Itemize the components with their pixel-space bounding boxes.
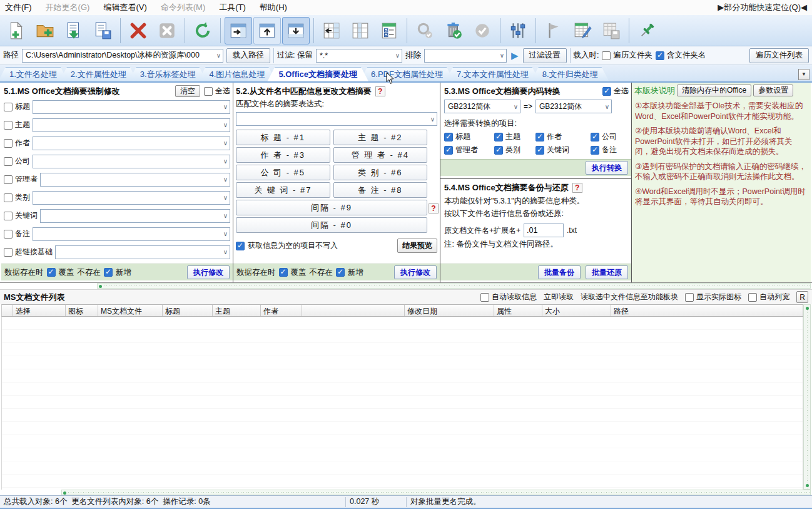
import-list-button[interactable] [60, 17, 88, 44]
clear-button[interactable]: 清空 [175, 85, 200, 97]
adjust-settings-button[interactable] [504, 17, 532, 44]
execute-modify-button[interactable]: 执行修改 [187, 265, 230, 279]
load-path-button[interactable]: 载入路径 [226, 48, 270, 63]
checkbox[interactable] [444, 133, 453, 141]
select-all-checkbox[interactable]: 全选 [204, 86, 230, 96]
checkbox[interactable] [4, 139, 13, 148]
path-combo[interactable]: C:\Users\Administrator\Desktop\冰棒的资源库\00… [22, 49, 223, 63]
file-list-table-body[interactable] [1, 317, 803, 490]
tab-file-attributes[interactable]: 2.文件属性处理 [59, 67, 138, 81]
match-comments-button[interactable]: 备 注 - #8 [333, 182, 428, 198]
chevron-down-icon[interactable]: ∨ [221, 194, 228, 201]
column-header-subject[interactable]: 主题 [213, 305, 261, 316]
encoding-from-combo[interactable]: GB2312简体 ∨ [444, 100, 520, 113]
help-icon[interactable]: ? [572, 183, 582, 193]
traverse-folders-checkbox[interactable]: 遍历文件夹 [602, 50, 652, 61]
result-preview-button[interactable]: 结果预览 [397, 239, 437, 253]
execute-convert-button[interactable]: 执行转换 [586, 161, 628, 175]
exclude-combo[interactable]: ∨ [424, 49, 507, 63]
checkbox[interactable] [4, 230, 13, 239]
checkbox[interactable] [602, 87, 611, 96]
checkbox[interactable] [4, 248, 13, 257]
chevron-down-icon[interactable]: ∨ [429, 116, 435, 123]
read-now-button[interactable]: 立即读取 [544, 292, 574, 302]
match-company-button[interactable]: 公 司 - #5 [236, 165, 330, 180]
menu-help[interactable]: 帮助(H) [260, 2, 287, 13]
filter-settings-button[interactable]: 过滤设置 [523, 48, 567, 63]
horizontal-scrollbar[interactable] [97, 283, 811, 289]
column-header-handle[interactable] [2, 305, 13, 316]
chevron-down-icon[interactable]: ∨ [221, 230, 228, 237]
checkbox[interactable] [591, 133, 599, 141]
column-header-icon[interactable]: 图标 [66, 305, 98, 316]
column-header-size[interactable]: 大小 [542, 305, 611, 316]
checkbox[interactable] [685, 293, 694, 302]
help-icon[interactable]: ? [375, 86, 385, 96]
field-title-combo[interactable]: ∨ [33, 100, 230, 114]
checkbox[interactable] [4, 157, 13, 166]
chevron-down-icon[interactable]: ∨ [221, 103, 228, 110]
checkbox[interactable] [602, 51, 611, 60]
checkbox[interactable] [4, 103, 13, 111]
field-comments-combo[interactable]: ∨ [33, 227, 230, 241]
auto-read-checkbox[interactable]: 自动读取信息 [480, 292, 537, 302]
interval-9-button[interactable]: 间隔 - #9 [236, 200, 427, 215]
add-file-button[interactable] [3, 17, 30, 44]
match-subject-button[interactable]: 主 题 - #2 [333, 130, 428, 145]
chevron-down-icon[interactable]: ∨ [221, 249, 228, 255]
pin-button[interactable] [633, 17, 661, 44]
match-title-button[interactable]: 标 题 - #1 [236, 130, 330, 145]
chevron-down-icon[interactable]: ∨ [221, 121, 228, 128]
column-header-attributes[interactable]: 属性 [494, 305, 542, 316]
interval-0-button[interactable]: 间隔 - #0 [236, 217, 427, 233]
menu-tools[interactable]: 工具(T) [219, 2, 246, 13]
tab-file-classify[interactable]: 8.文件归类处理 [531, 67, 609, 81]
batch-backup-button[interactable]: 批量备份 [538, 265, 581, 279]
checkbox[interactable] [480, 293, 489, 302]
clear-office-memory-button[interactable]: 清除内存中的Office [677, 85, 751, 96]
checkbox[interactable] [535, 146, 544, 155]
field-author-combo[interactable]: ∨ [33, 136, 230, 150]
batch-restore-button[interactable]: 批量还原 [586, 265, 628, 279]
add-checkbox[interactable] [336, 268, 345, 277]
column-left-button[interactable] [318, 17, 345, 44]
match-author-button[interactable]: 作 者 - #3 [236, 147, 330, 163]
table-edit-button[interactable] [569, 17, 596, 44]
panel-down-toggle[interactable] [282, 17, 310, 44]
match-manager-button[interactable]: 管 理 者 - #4 [333, 147, 428, 163]
select-all-checkbox[interactable]: 全选 [602, 86, 629, 96]
chevron-down-icon[interactable]: ∨ [498, 52, 504, 59]
tab-text-attributes[interactable]: 7.文本文件属性处理 [445, 67, 540, 81]
checkbox[interactable] [4, 175, 13, 184]
menu-edit-view[interactable]: 编辑查看(V) [103, 2, 146, 13]
save-list-button[interactable] [89, 17, 116, 44]
traverse-file-list-button[interactable]: 遍历文件列表 [749, 48, 809, 63]
convert-item[interactable]: 公司 [591, 131, 632, 142]
tab-image-info[interactable]: 4.图片信息处理 [198, 67, 277, 81]
delete-confirm-button[interactable] [440, 17, 467, 44]
panel-up-toggle[interactable] [253, 17, 281, 44]
chevron-down-icon[interactable]: ∨ [393, 52, 400, 59]
convert-item[interactable]: 作者 [535, 131, 589, 142]
encoding-to-combo[interactable]: GB2312简体 ∨ [535, 100, 612, 113]
field-company-combo[interactable]: ∨ [33, 155, 230, 168]
column-header-title[interactable]: 标题 [163, 305, 213, 316]
menu-file[interactable]: 文件(F) [5, 2, 32, 13]
show-real-icons-checkbox[interactable]: 显示实际图标 [685, 292, 741, 302]
filter-combo[interactable]: *.* ∨ [316, 49, 402, 63]
checkbox[interactable] [204, 87, 213, 96]
convert-item[interactable]: 主题 [494, 131, 534, 142]
add-folder-button[interactable] [31, 17, 59, 44]
tab-office-summary[interactable]: 5.Office文档摘要处理 [267, 67, 368, 81]
chevron-down-icon[interactable]: ∨ [215, 52, 221, 59]
convert-item[interactable]: 备注 [591, 145, 632, 155]
overwrite-checkbox[interactable] [47, 268, 56, 277]
tab-music-tags[interactable]: 3.音乐标签处理 [129, 67, 207, 81]
column-view-button[interactable] [347, 17, 374, 44]
reset-columns-button[interactable]: R [796, 291, 808, 303]
chevron-down-icon[interactable]: ∨ [221, 176, 228, 183]
checkbox[interactable] [656, 51, 664, 60]
column-header-select[interactable]: 选择 [13, 305, 66, 316]
checkbox[interactable] [4, 121, 13, 130]
field-category-combo[interactable]: ∨ [33, 191, 230, 205]
